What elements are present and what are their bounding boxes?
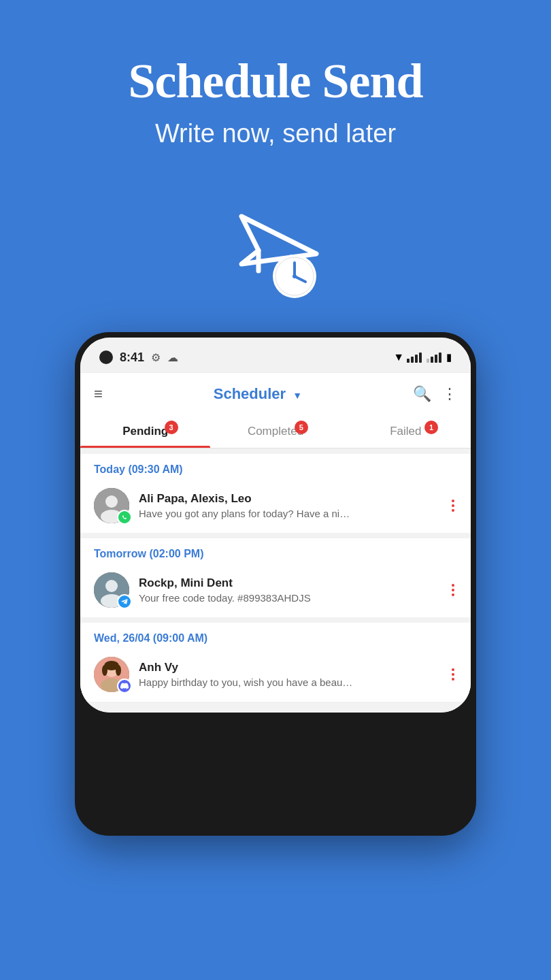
message-list: Today (09:30 AM) [80,448,471,713]
status-bar: 8:41 ⚙ ☁ ▼ [80,338,471,373]
hero-section: Schedule Send Write now, send later [0,0,551,176]
list-item[interactable]: Rockp, Mini Dent Your free code today. #… [80,566,471,617]
gear-status-icon: ⚙ [151,351,161,364]
tab-failed[interactable]: Failed 1 [341,415,471,448]
cloud-status-icon: ☁ [167,351,178,364]
message-date-2: Tomorrow (02:00 PM) [80,538,471,566]
bar6 [431,357,433,363]
hero-subtitle: Write now, send later [41,119,510,148]
message-group-2: Tomorrow (02:00 PM) [80,538,471,617]
message-group-1: Today (09:30 AM) [80,454,471,533]
app-bar-right: 🔍 ⋮ [413,385,457,403]
app-title: Scheduler ▼ [103,385,413,403]
bar5 [427,359,429,363]
status-left: 8:41 ⚙ ☁ [99,350,178,365]
app-bar: ≡ Scheduler ▼ 🔍 ⋮ [80,373,471,415]
status-right: ▼ ▮ [393,351,452,363]
svg-point-6 [293,274,297,278]
tab-pending-label: Pending [122,425,168,438]
message-preview-2: Your free code today. #899383AHDJS [139,592,439,604]
message-name-2: Rockp, Mini Dent [139,576,439,590]
dropdown-arrow-icon[interactable]: ▼ [293,390,302,401]
svg-marker-0 [241,216,316,264]
signal-bars-2 [427,352,441,363]
tab-completed-badge: 5 [295,421,308,434]
phone-wrapper: 8:41 ⚙ ☁ ▼ [0,332,551,836]
hero-title: Schedule Send [41,54,510,108]
phone-frame: 8:41 ⚙ ☁ ▼ [75,332,476,836]
signal-bars [407,352,422,363]
discord-badge [117,679,132,693]
hero-icon-area [0,203,551,298]
avatar-2 [94,572,129,608]
wifi-icon: ▼ [393,351,404,363]
status-time: 8:41 [120,350,144,365]
bar2 [411,357,414,363]
app-title-text: Scheduler [214,385,286,402]
more-button-2[interactable] [449,581,457,599]
tabs-bar: Pending 3 Completed 5 Failed 1 [80,415,471,448]
tab-completed[interactable]: Completed 5 [210,415,340,448]
avatar-1 [94,488,129,523]
whatsapp-badge [117,510,132,525]
battery-icon: ▮ [446,351,452,363]
svg-point-11 [105,580,118,592]
camera-dot [99,350,113,364]
message-date-1: Today (09:30 AM) [80,454,471,481]
phone-screen: 8:41 ⚙ ☁ ▼ [80,338,471,713]
message-content-3: Anh Vy Happy birthday to you, wish you h… [139,661,439,688]
avatar-3 [94,657,129,692]
message-preview-1: Have you got any plans for today? Have a… [139,508,439,519]
message-content-1: Ali Papa, Alexis, Leo Have you got any p… [139,492,439,519]
svg-point-8 [105,495,118,508]
bar4 [419,353,422,363]
svg-point-16 [102,665,107,676]
message-name-3: Anh Vy [139,661,439,674]
svg-point-17 [116,665,121,676]
search-icon[interactable]: 🔍 [413,385,431,403]
list-item[interactable]: Ali Papa, Alexis, Leo Have you got any p… [80,481,471,533]
more-button-1[interactable] [449,497,457,514]
message-name-1: Ali Papa, Alexis, Leo [139,492,439,506]
list-item[interactable]: Anh Vy Happy birthday to you, wish you h… [80,650,471,702]
message-date-3: Wed, 26/04 (09:00 AM) [80,623,471,650]
tab-pending-badge: 3 [165,421,178,434]
hamburger-icon[interactable]: ≡ [94,385,103,403]
message-content-2: Rockp, Mini Dent Your free code today. #… [139,576,439,604]
message-group-3: Wed, 26/04 (09:00 AM) [80,623,471,702]
send-clock-icon [221,203,330,298]
tab-failed-badge: 1 [424,421,438,434]
message-preview-3: Happy birthday to you, wish you have a b… [139,676,439,688]
more-options-icon[interactable]: ⋮ [442,385,457,403]
bar1 [407,359,410,363]
telegram-badge [117,594,132,609]
more-button-3[interactable] [449,666,457,683]
tab-pending[interactable]: Pending 3 [80,415,210,448]
bar3 [415,355,418,363]
bar8 [439,353,441,363]
bar7 [435,355,437,363]
tab-failed-label: Failed [390,425,421,438]
